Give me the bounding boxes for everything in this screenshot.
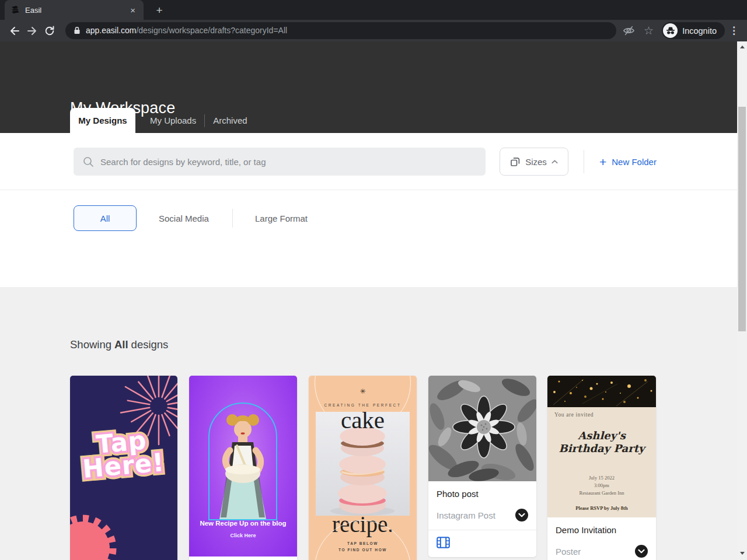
chevron-down-badge-icon[interactable] [515, 509, 528, 522]
filter-social-media[interactable]: Social Media [159, 205, 209, 231]
animation-film-icon[interactable] [437, 537, 450, 548]
card-art-headline: New Recipe Up on the blog [189, 520, 297, 527]
new-folder-button[interactable]: + New Folder [599, 148, 657, 176]
incognito-icon [663, 23, 678, 38]
card-title[interactable]: Demo Invitation [556, 525, 648, 535]
page-scrollbar[interactable] [737, 41, 747, 560]
filter-divider [232, 209, 233, 228]
incognito-label: Incognito [682, 26, 717, 36]
gold-speckle-banner [547, 376, 656, 407]
new-folder-label: New Folder [612, 157, 657, 167]
design-card-gradient[interactable]: New Recipe Up on the blog Click Here gra… [189, 376, 297, 560]
search-input[interactable] [100, 157, 476, 167]
card-art-date: July 15 2022 [547, 475, 656, 481]
design-card-create-from-blank[interactable]: TapHere! TapHere! TapHere! Create from b… [70, 376, 177, 560]
card-art-invited: You are invited [554, 412, 594, 418]
search-icon [83, 156, 94, 167]
showing-line: ShowingAlldesigns [70, 338, 168, 351]
design-thumbnail[interactable]: TapHere! TapHere! TapHere! [70, 376, 177, 560]
design-card-demo-invitation[interactable]: You are invited Ashley's Birthday Party … [547, 376, 656, 560]
filter-row: All Social Media Large Format [0, 190, 737, 287]
card-type: Poster [556, 547, 581, 556]
showing-prefix: Showing [70, 338, 111, 351]
sparkle-icon: ✳ [309, 387, 417, 396]
card-title[interactable]: Photo post [437, 489, 528, 499]
scrollbar-thumb[interactable] [738, 107, 746, 331]
card-type: Instagram Post [437, 510, 495, 520]
workspace-tabs: My Designs My Uploads Archived [70, 108, 256, 133]
url-bar[interactable]: app.easil.com/designs/workspace/drafts?c… [65, 22, 616, 39]
sizes-icon [510, 156, 521, 167]
design-card-photo-post[interactable]: Photo post Instagram Post [428, 376, 536, 557]
chevron-up-icon [551, 160, 558, 164]
design-thumbnail[interactable]: You are invited Ashley's Birthday Party … [547, 376, 656, 517]
card-art-event: Birthday Party [547, 442, 656, 454]
baker-illustration [201, 410, 285, 520]
filter-large-format[interactable]: Large Format [255, 205, 308, 231]
url-text: app.easil.com/designs/workspace/drafts?c… [86, 26, 287, 35]
search-row: Sizes + New Folder [0, 133, 737, 190]
browser-menu-icon[interactable]: ⋮ [729, 20, 739, 41]
sizes-button[interactable]: Sizes [500, 148, 568, 176]
toolbar-divider [584, 150, 584, 173]
password-hidden-icon[interactable] [623, 20, 635, 41]
page-header: My Workspace My Designs My Uploads Archi… [0, 41, 737, 133]
scroll-down-icon[interactable] [740, 552, 745, 555]
chevron-down-badge-icon[interactable] [635, 545, 648, 558]
flower-photo [428, 376, 536, 481]
filter-all[interactable]: All [74, 205, 137, 231]
card-art-cta: Click Here [189, 533, 297, 538]
reload-icon[interactable] [41, 22, 58, 40]
card-art-venue: Restaurant Garden Inn [547, 490, 656, 496]
card-art-word1: cake [309, 406, 417, 434]
url-host: app.easil.com [86, 26, 136, 35]
design-card-espresso-recipe[interactable]: ✳ CREATING THE PERFECT [309, 376, 417, 560]
new-tab-icon[interactable]: + [152, 4, 166, 18]
url-path: /designs/workspace/drafts?categoryId=All [136, 26, 287, 35]
sizes-label: Sizes [525, 157, 547, 167]
design-thumbnail[interactable]: ✳ CREATING THE PERFECT [309, 376, 417, 560]
showing-suffix: designs [131, 338, 169, 351]
tab-archived[interactable]: Archived [205, 108, 255, 133]
card-art-rsvp: Please RSVP by July 8th [547, 505, 656, 511]
scroll-up-icon[interactable] [740, 46, 745, 48]
screen: Easil × + app.easil.com/designs/workspac… [0, 0, 747, 560]
showing-filter: All [114, 338, 128, 351]
search-box[interactable] [74, 148, 486, 176]
incognito-badge: Incognito [662, 20, 725, 41]
design-thumbnail[interactable]: New Recipe Up on the blog Click Here [189, 376, 297, 556]
plus-icon: + [599, 156, 606, 168]
tab-title: Easil [25, 6, 128, 15]
browser-tabstrip: Easil × + [0, 0, 747, 20]
easil-favicon-icon [11, 5, 20, 15]
card-art-name: Ashley's [547, 429, 656, 442]
browser-toolbar: app.easil.com/designs/workspace/drafts?c… [0, 20, 747, 41]
easil-page: My Workspace My Designs My Uploads Archi… [0, 41, 737, 560]
design-thumbnail[interactable] [428, 376, 536, 481]
tab-my-designs[interactable]: My Designs [70, 108, 135, 133]
bookmark-star-icon[interactable]: ☆ [644, 20, 654, 41]
forward-icon[interactable] [23, 22, 41, 40]
card-art-time: 3:00pm [547, 482, 656, 488]
designs-content: ShowingAlldesigns [0, 287, 737, 560]
lock-icon [74, 26, 81, 35]
tab-my-uploads[interactable]: My Uploads [142, 108, 204, 133]
browser-tab[interactable]: Easil × [5, 0, 144, 20]
back-icon[interactable] [6, 22, 23, 40]
tap-here-art: TapHere! TapHere! TapHere! [70, 426, 177, 511]
tab-close-icon[interactable]: × [128, 5, 138, 15]
